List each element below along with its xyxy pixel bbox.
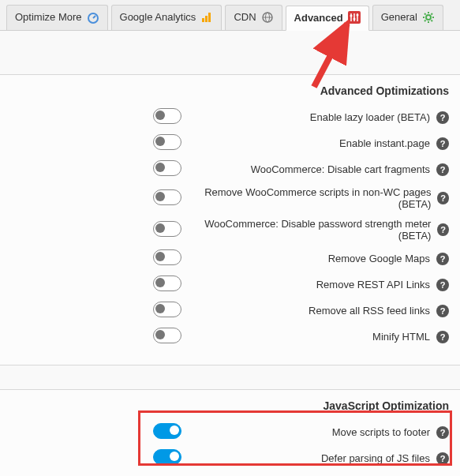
- help-icon[interactable]: ?: [436, 137, 449, 150]
- help-icon[interactable]: ?: [436, 253, 449, 265]
- toggle-js-1[interactable]: [153, 449, 181, 465]
- setting-label: Move scripts to footer: [332, 426, 430, 438]
- tab-advanced[interactable]: Advanced: [286, 6, 369, 31]
- section-title: Advanced Optimizations: [11, 84, 449, 97]
- tab-optimize-more[interactable]: Optimize More: [6, 5, 108, 30]
- toggle-adv-0[interactable]: [153, 108, 181, 124]
- help-icon[interactable]: ?: [436, 426, 449, 439]
- tab-label: Optimize More: [15, 11, 82, 23]
- tab-google-analytics[interactable]: Google Analytics: [111, 5, 223, 30]
- svg-point-13: [353, 18, 355, 21]
- svg-point-15: [426, 15, 431, 20]
- help-icon[interactable]: ?: [437, 192, 449, 204]
- svg-rect-2: [202, 18, 204, 22]
- setting-label: Remove Google Maps: [328, 253, 430, 264]
- tab-label: CDN: [234, 11, 256, 23]
- setting-label: Enable instant.page: [339, 137, 430, 149]
- help-icon[interactable]: ?: [436, 305, 449, 317]
- setting-row: Enable instant.page?: [11, 134, 449, 152]
- help-icon[interactable]: ?: [436, 163, 449, 176]
- tab-label: Advanced: [294, 12, 343, 24]
- tab-cdn[interactable]: CDN: [225, 5, 282, 30]
- setting-label: Remove REST API Links: [316, 279, 430, 290]
- help-icon[interactable]: ?: [436, 452, 449, 465]
- setting-label: Enable lazy loader (BETA): [310, 111, 430, 123]
- svg-line-21: [431, 20, 432, 21]
- setting-row: Defer parsing of JS files?: [11, 449, 449, 467]
- svg-line-22: [424, 20, 426, 21]
- globe-icon: [261, 11, 274, 24]
- toggle-adv-4[interactable]: [153, 221, 181, 237]
- setting-label: Remove WooCommerce scripts in non-WC pag…: [193, 186, 431, 210]
- svg-point-14: [356, 14, 358, 17]
- javascript-optimization-section: JavaScript Optimization Move scripts to …: [0, 389, 460, 476]
- setting-row: WooCommerce: Disable cart fragments?: [11, 160, 449, 178]
- toggle-adv-7[interactable]: [153, 302, 181, 317]
- tab-label: General: [381, 11, 417, 23]
- svg-line-20: [424, 13, 426, 15]
- setting-label: Defer parsing of JS files: [321, 452, 430, 464]
- svg-point-12: [350, 15, 352, 17]
- setting-label: WooCommerce: Disable cart fragments: [251, 163, 430, 175]
- setting-row: Remove REST API Links?: [11, 275, 449, 294]
- svg-line-1: [93, 16, 95, 18]
- setting-row: Remove Google Maps?: [11, 249, 449, 268]
- help-icon[interactable]: ?: [436, 331, 449, 343]
- setting-row: Enable lazy loader (BETA)?: [11, 108, 449, 126]
- tab-label: Google Analytics: [120, 11, 196, 23]
- setting-label: WooCommerce: Disable password strength m…: [193, 218, 431, 242]
- toggle-js-0[interactable]: [153, 423, 181, 439]
- toggle-adv-1[interactable]: [153, 134, 181, 150]
- dashboard-icon: [87, 11, 99, 24]
- help-icon[interactable]: ?: [437, 223, 449, 236]
- gear-icon: [422, 11, 435, 24]
- setting-row: WooCommerce: Disable password strength m…: [11, 218, 449, 242]
- setting-row: Minify HTML?: [11, 328, 449, 346]
- svg-line-23: [431, 13, 432, 15]
- help-icon[interactable]: ?: [436, 279, 449, 291]
- setting-row: Remove WooCommerce scripts in non-WC pag…: [11, 186, 449, 210]
- svg-rect-3: [205, 16, 208, 22]
- tab-general[interactable]: General: [372, 5, 443, 30]
- toggle-adv-3[interactable]: [153, 189, 181, 205]
- section-title: JavaScript Optimization: [11, 399, 449, 412]
- toggle-adv-2[interactable]: [153, 160, 181, 176]
- sliders-icon: [348, 11, 361, 24]
- toggle-adv-5[interactable]: [153, 249, 181, 265]
- toggle-adv-6[interactable]: [153, 275, 181, 291]
- settings-panel: Advanced Optimizations Enable lazy loade…: [0, 74, 460, 476]
- analytics-icon: [200, 11, 213, 24]
- setting-label: Remove all RSS feed links: [309, 305, 430, 317]
- svg-rect-4: [208, 13, 211, 22]
- tabs: Optimize More Google Analytics CDN Advan…: [0, 0, 460, 31]
- setting-row: Remove all RSS feed links?: [11, 302, 449, 320]
- help-icon[interactable]: ?: [436, 111, 449, 124]
- advanced-optimizations-section: Advanced Optimizations Enable lazy loade…: [0, 74, 460, 365]
- toggle-adv-8[interactable]: [153, 328, 181, 343]
- setting-row: Move scripts to footer?: [11, 423, 449, 441]
- setting-label: Minify HTML: [372, 331, 430, 343]
